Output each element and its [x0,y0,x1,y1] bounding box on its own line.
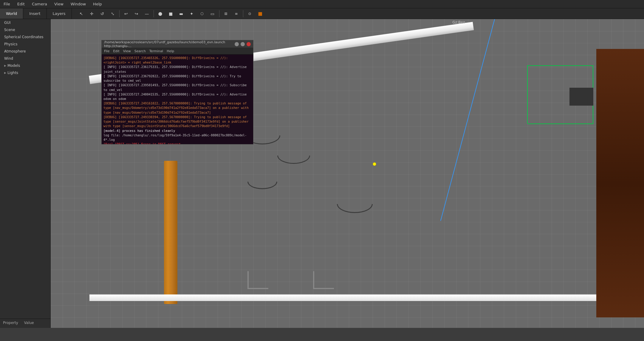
rotate-tool[interactable]: ↺ [97,9,107,18]
property-panel: Property Value [0,319,50,328]
sep4 [243,10,243,17]
terminal-output[interactable]: [DEBUG] [1663335727.235465326, 257.55600… [102,55,253,144]
menu-view[interactable]: View [51,1,67,7]
sidebar-item-wind[interactable]: Wind [0,55,50,62]
terminal-menubar: File Edit View Search Terminal Help [102,48,253,55]
delete-btn[interactable]: — [142,9,152,18]
coords-display: Gz:Beo [452,20,465,24]
box-btn[interactable]: ■ [166,9,176,18]
menu-window[interactable]: Window [67,1,89,7]
sidebar-item-gui[interactable]: GUI [0,19,50,26]
sphere-btn[interactable]: ● [156,9,165,18]
undo-btn[interactable]: ↩ [121,9,131,18]
sidebar-item-atmosphere[interactable]: Atmosphere [0,48,50,55]
blue-diagonal-line [440,19,495,221]
redo-btn[interactable]: ↪ [132,9,141,18]
sidebar-label-spherical: Spherical Coordinates [4,35,44,39]
sidebar-label-lights: Lights [7,71,18,75]
camera-reset-btn[interactable]: ⊙ [245,9,255,18]
terminal-titlebar: /home/workspace/roslearn/src/07urdf_gaze… [102,40,253,48]
sep2 [154,10,154,17]
bbox-bottom [528,124,593,124]
term-menu-file[interactable]: File [104,49,109,53]
terminal-line: log file: /home/changlu/.ros/log/59f9a1e… [103,133,251,142]
term-menu-view[interactable]: View [123,49,131,53]
sidebar-label-scene: Scene [4,28,15,32]
move-tool[interactable]: ✛ [87,9,97,18]
menu-help[interactable]: Help [89,1,106,7]
menu-file[interactable]: File [0,1,14,7]
terminal-line: [DEBUG] [1663335727.249330394, 257.56700… [103,115,251,129]
shadow-arc-2 [277,147,310,164]
sep1 [119,10,120,17]
terminal-line: [DEBUG] [1663335727.235465326, 257.55600… [103,56,251,65]
terminal-line: [ INFO] [1663335727.236175331, 257.55600… [103,65,251,74]
tab-world[interactable]: World [0,8,23,19]
terminal-minimize-btn[interactable] [235,42,239,46]
term-menu-edit[interactable]: Edit [113,49,119,53]
mesh-btn[interactable]: ⬡ [197,9,207,18]
scale-tool[interactable]: ⤡ [108,9,117,18]
term-menu-terminal[interactable]: Terminal [149,49,163,53]
sidebar-label-gui: GUI [4,21,11,25]
cylinder-btn[interactable]: ▬ [177,9,186,18]
terminal-line: [model-4] process has finished cleanly [103,129,251,133]
orange-marker[interactable]: ■ [256,9,265,18]
property-header: Property Value [3,321,47,325]
bbox-left [527,65,528,124]
terminal-line: [ INFO] [1663335727.240041535, 257.55600… [103,92,251,101]
plane-btn[interactable]: ▭ [208,9,217,18]
terminal-window[interactable]: /home/workspace/roslearn/src/07urdf_gaze… [101,40,253,144]
tab-insert[interactable]: Insert [23,8,47,19]
menu-edit[interactable]: Edit [14,1,28,7]
tab-layers[interactable]: Layers [47,8,72,19]
dark-box [569,88,593,106]
sidebar-item-physics[interactable]: Physics [0,41,50,48]
term-menu-search[interactable]: Search [134,49,146,53]
lights-arrow: ▶ [4,71,6,74]
sidebar-item-lights[interactable]: ▶ Lights [0,69,50,76]
sidebar-item-scene[interactable]: Scene [0,26,50,33]
terminal-line: [ INFO] [1663335727.236792822, 257.55600… [103,74,251,83]
light-btn[interactable]: ✦ [187,9,196,18]
wall-right [596,49,644,317]
align-btn[interactable]: ≡ [232,9,241,18]
menubar: File Edit Camera View Window Help [0,0,644,8]
bbox-top [528,65,593,66]
shadow-arc-3 [247,174,277,189]
terminal-maximize-btn[interactable] [241,42,245,46]
terminal-close-btn[interactable] [247,42,251,46]
models-arrow: ▶ [4,64,6,67]
shadow-arc-4 [337,195,373,213]
wood-pole [164,161,177,304]
terminal-line: [DEBUG] [1663335727.249161022, 257.56700… [103,101,251,115]
sidebar-label-atmosphere: Atmosphere [4,49,26,53]
snap-btn[interactable]: ⊞ [221,9,231,18]
sidebar-item-spherical[interactable]: Spherical Coordinates [0,33,50,41]
viewport-3d[interactable]: Gz:Beo /home/workspace/roslearn/src/07ur… [51,19,644,328]
property-col: Property [3,321,18,325]
term-menu-help[interactable]: Help [167,49,174,53]
yellow-marker [373,162,376,166]
corner-piece-2 [313,271,334,289]
cursor-tool[interactable]: ↖ [77,9,86,18]
sep3 [219,10,219,17]
value-col: Value [24,321,34,325]
sidebar-label-wind: Wind [4,56,13,61]
main-layout: GUI Scene Spherical Coordinates Physics … [0,19,644,328]
terminal-line: [ INFO] [1663335727.239501493, 257.55600… [103,83,251,92]
sidebar: GUI Scene Spherical Coordinates Physics … [0,19,51,328]
sidebar-label-models: Models [7,64,20,68]
floor-bar [89,294,596,301]
sidebar-label-physics: Physics [4,42,17,46]
menu-camera[interactable]: Camera [28,1,51,7]
terminal-title: /home/workspace/roslearn/src/07urdf_gaze… [104,40,233,48]
corner-piece-1 [247,271,268,289]
tabs-row: World Insert Layers ↖ ✛ ↺ ⤡ ↩ ↪ — ● ■ ▬ … [0,8,644,19]
terminal-line: [Err] [REST.cc:205] Error in REST reques… [103,142,251,144]
sidebar-item-models[interactable]: ▶ Models [0,62,50,69]
